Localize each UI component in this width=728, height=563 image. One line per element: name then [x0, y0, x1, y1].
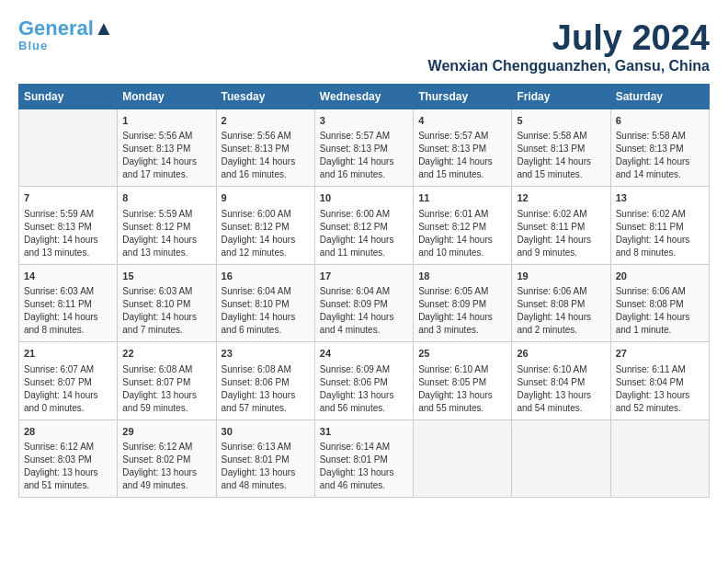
calendar-cell: 17Sunrise: 6:04 AM Sunset: 8:09 PM Dayli… [314, 264, 413, 341]
calendar-cell: 29Sunrise: 6:12 AM Sunset: 8:02 PM Dayli… [118, 419, 216, 497]
calendar-cell: 10Sunrise: 6:00 AM Sunset: 8:12 PM Dayli… [314, 187, 413, 264]
day-number: 10 [320, 191, 408, 205]
calendar-cell: 26Sunrise: 6:10 AM Sunset: 8:04 PM Dayli… [512, 342, 610, 419]
calendar-cell: 4Sunrise: 5:57 AM Sunset: 8:13 PM Daylig… [414, 109, 512, 187]
calendar-cell: 14Sunrise: 6:03 AM Sunset: 8:11 PM Dayli… [19, 264, 118, 341]
calendar-cell [19, 109, 118, 187]
page-header: General▲ Blue July 2024 Wenxian Chenggua… [18, 18, 710, 75]
weekday-header-row: SundayMondayTuesdayWednesdayThursdayFrid… [19, 85, 710, 109]
calendar-cell: 24Sunrise: 6:09 AM Sunset: 8:06 PM Dayli… [314, 342, 413, 419]
calendar-cell [512, 419, 610, 497]
day-info: Sunrise: 6:08 AM Sunset: 8:07 PM Dayligh… [122, 363, 210, 415]
calendar-cell: 12Sunrise: 6:02 AM Sunset: 8:11 PM Dayli… [512, 187, 610, 264]
day-info: Sunrise: 6:12 AM Sunset: 8:02 PM Dayligh… [122, 441, 210, 492]
day-number: 19 [517, 270, 605, 283]
day-number: 29 [122, 425, 210, 439]
day-number: 8 [122, 191, 210, 205]
day-number: 13 [616, 191, 704, 205]
day-info: Sunrise: 6:00 AM Sunset: 8:12 PM Dayligh… [320, 208, 408, 259]
logo: General▲ Blue [18, 18, 114, 52]
calendar-cell: 11Sunrise: 6:01 AM Sunset: 8:12 PM Dayli… [414, 187, 512, 264]
calendar-cell [414, 419, 512, 497]
day-info: Sunrise: 6:04 AM Sunset: 8:09 PM Dayligh… [320, 285, 408, 337]
day-number: 7 [24, 191, 112, 205]
calendar-cell: 6Sunrise: 5:58 AM Sunset: 8:13 PM Daylig… [610, 109, 709, 187]
calendar-cell: 28Sunrise: 6:12 AM Sunset: 8:03 PM Dayli… [19, 419, 118, 497]
day-number: 16 [222, 270, 310, 283]
day-number: 2 [222, 114, 310, 128]
day-number: 9 [222, 191, 310, 205]
day-info: Sunrise: 6:11 AM Sunset: 8:04 PM Dayligh… [616, 363, 704, 415]
title-block: July 2024 Wenxian Chengguanzhen, Gansu, … [428, 18, 710, 75]
day-number: 18 [418, 270, 506, 283]
calendar-week-row: 28Sunrise: 6:12 AM Sunset: 8:03 PM Dayli… [19, 419, 710, 497]
day-info: Sunrise: 5:58 AM Sunset: 8:13 PM Dayligh… [616, 130, 704, 181]
day-number: 4 [418, 114, 506, 128]
day-info: Sunrise: 6:07 AM Sunset: 8:07 PM Dayligh… [24, 363, 112, 415]
calendar-week-row: 1Sunrise: 5:56 AM Sunset: 8:13 PM Daylig… [19, 109, 710, 187]
weekday-header: Wednesday [314, 85, 413, 109]
day-info: Sunrise: 6:00 AM Sunset: 8:12 PM Dayligh… [222, 208, 310, 259]
location-title: Wenxian Chengguanzhen, Gansu, China [428, 58, 710, 75]
day-info: Sunrise: 6:06 AM Sunset: 8:08 PM Dayligh… [616, 285, 704, 337]
weekday-header: Tuesday [216, 85, 314, 109]
logo-text: General▲ [18, 18, 114, 39]
day-info: Sunrise: 6:09 AM Sunset: 8:06 PM Dayligh… [320, 363, 408, 415]
calendar-cell: 25Sunrise: 6:10 AM Sunset: 8:05 PM Dayli… [414, 342, 512, 419]
calendar-cell: 1Sunrise: 5:56 AM Sunset: 8:13 PM Daylig… [118, 109, 216, 187]
day-info: Sunrise: 5:58 AM Sunset: 8:13 PM Dayligh… [517, 130, 605, 181]
calendar-week-row: 14Sunrise: 6:03 AM Sunset: 8:11 PM Dayli… [19, 264, 710, 341]
weekday-header: Saturday [610, 85, 709, 109]
calendar-cell: 3Sunrise: 5:57 AM Sunset: 8:13 PM Daylig… [314, 109, 413, 187]
day-number: 14 [24, 270, 112, 283]
day-info: Sunrise: 5:56 AM Sunset: 8:13 PM Dayligh… [222, 130, 310, 181]
day-info: Sunrise: 5:59 AM Sunset: 8:13 PM Dayligh… [24, 208, 112, 259]
day-info: Sunrise: 6:04 AM Sunset: 8:10 PM Dayligh… [222, 285, 310, 337]
day-info: Sunrise: 6:01 AM Sunset: 8:12 PM Dayligh… [418, 208, 506, 259]
day-info: Sunrise: 6:06 AM Sunset: 8:08 PM Dayligh… [517, 285, 605, 337]
day-number: 25 [418, 347, 506, 361]
calendar-cell: 5Sunrise: 5:58 AM Sunset: 8:13 PM Daylig… [512, 109, 610, 187]
day-info: Sunrise: 6:05 AM Sunset: 8:09 PM Dayligh… [418, 285, 506, 337]
weekday-header: Thursday [414, 85, 512, 109]
day-number: 1 [122, 114, 210, 128]
day-info: Sunrise: 6:13 AM Sunset: 8:01 PM Dayligh… [222, 441, 310, 492]
day-number: 3 [320, 114, 408, 128]
calendar-cell: 18Sunrise: 6:05 AM Sunset: 8:09 PM Dayli… [414, 264, 512, 341]
day-number: 20 [616, 270, 704, 283]
calendar-cell: 21Sunrise: 6:07 AM Sunset: 8:07 PM Dayli… [19, 342, 118, 419]
calendar-cell: 31Sunrise: 6:14 AM Sunset: 8:01 PM Dayli… [314, 419, 413, 497]
logo-blue: Blue [18, 39, 48, 52]
day-number: 23 [222, 347, 310, 361]
day-number: 26 [517, 347, 605, 361]
calendar-week-row: 7Sunrise: 5:59 AM Sunset: 8:13 PM Daylig… [19, 187, 710, 264]
calendar-cell [610, 419, 709, 497]
calendar-cell: 7Sunrise: 5:59 AM Sunset: 8:13 PM Daylig… [19, 187, 118, 264]
day-info: Sunrise: 6:03 AM Sunset: 8:10 PM Dayligh… [122, 285, 210, 337]
day-number: 12 [517, 191, 605, 205]
day-number: 5 [517, 114, 605, 128]
day-info: Sunrise: 6:12 AM Sunset: 8:03 PM Dayligh… [24, 441, 112, 492]
day-info: Sunrise: 6:14 AM Sunset: 8:01 PM Dayligh… [320, 441, 408, 492]
calendar-cell: 27Sunrise: 6:11 AM Sunset: 8:04 PM Dayli… [610, 342, 709, 419]
day-info: Sunrise: 6:02 AM Sunset: 8:11 PM Dayligh… [616, 208, 704, 259]
calendar-cell: 13Sunrise: 6:02 AM Sunset: 8:11 PM Dayli… [610, 187, 709, 264]
day-number: 22 [122, 347, 210, 361]
day-number: 21 [24, 347, 112, 361]
day-info: Sunrise: 5:56 AM Sunset: 8:13 PM Dayligh… [122, 130, 210, 181]
day-number: 15 [122, 270, 210, 283]
day-info: Sunrise: 6:10 AM Sunset: 8:04 PM Dayligh… [517, 363, 605, 415]
day-info: Sunrise: 5:59 AM Sunset: 8:12 PM Dayligh… [122, 208, 210, 259]
calendar-week-row: 21Sunrise: 6:07 AM Sunset: 8:07 PM Dayli… [19, 342, 710, 419]
calendar-cell: 20Sunrise: 6:06 AM Sunset: 8:08 PM Dayli… [610, 264, 709, 341]
logo-general: General [18, 17, 94, 40]
day-info: Sunrise: 6:03 AM Sunset: 8:11 PM Dayligh… [24, 285, 112, 337]
day-info: Sunrise: 5:57 AM Sunset: 8:13 PM Dayligh… [320, 130, 408, 181]
day-number: 28 [24, 425, 112, 439]
month-title: July 2024 [428, 18, 710, 58]
day-number: 6 [616, 114, 704, 128]
day-number: 24 [320, 347, 408, 361]
calendar-cell: 19Sunrise: 6:06 AM Sunset: 8:08 PM Dayli… [512, 264, 610, 341]
day-number: 31 [320, 425, 408, 439]
day-number: 27 [616, 347, 704, 361]
